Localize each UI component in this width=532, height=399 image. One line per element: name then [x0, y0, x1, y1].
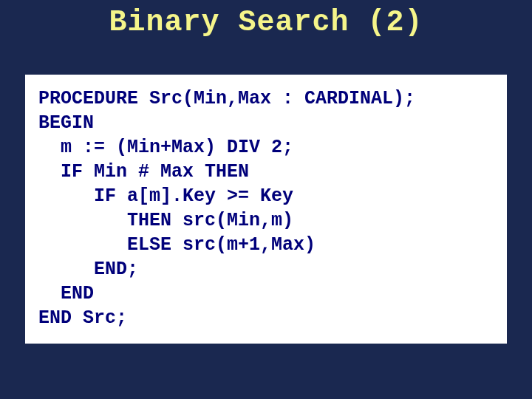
code-block: PROCEDURE Src(Min,Max : CARDINAL); BEGIN…	[25, 75, 507, 344]
slide-title: Binary Search (2)	[0, 0, 532, 39]
slide: Binary Search (2) PROCEDURE Src(Min,Max …	[0, 0, 532, 399]
